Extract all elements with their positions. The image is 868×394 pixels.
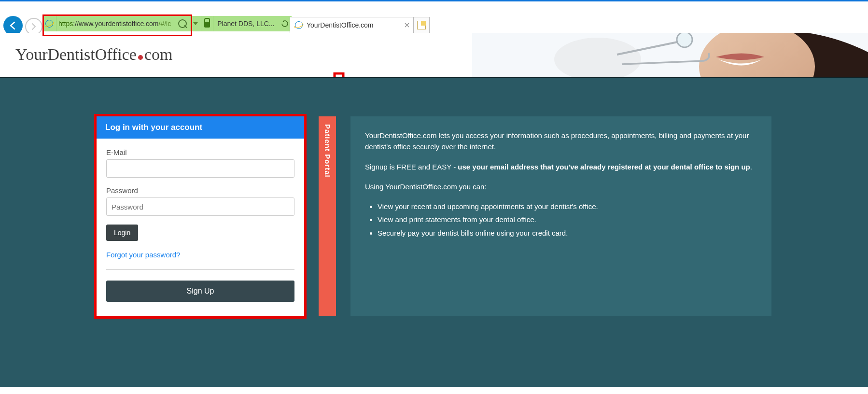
lock-icon	[204, 22, 210, 28]
url-text: https://www.yourdentistoffice.com/#/lc	[56, 16, 175, 31]
nav-back-button[interactable]	[3, 16, 23, 35]
info-p2-prefix: Signup is FREE and EASY -	[365, 163, 458, 171]
password-input[interactable]	[106, 197, 294, 216]
patient-portal-tab-label: Patient Portal	[323, 124, 332, 178]
logo-text-2: com	[144, 45, 173, 63]
divider	[106, 269, 294, 270]
search-dropdown-button[interactable]	[190, 16, 201, 31]
address-bar-region: https://www.yourdentistoffice.com/#/lc P…	[42, 16, 292, 33]
annotation-arrow-icon	[327, 72, 350, 77]
email-input[interactable]	[106, 159, 294, 178]
page-header: YourDentistOfficecom	[0, 33, 868, 77]
lock-indicator	[201, 16, 213, 31]
info-p2-suffix: .	[750, 163, 752, 171]
arrow-right-icon	[30, 23, 38, 30]
address-bar[interactable]: https://www.yourdentistoffice.com/#/lc P…	[42, 16, 292, 31]
info-panel: YourDentistOffice.com lets you access yo…	[350, 116, 771, 316]
info-paragraph-1: YourDentistOffice.com lets you access yo…	[365, 130, 757, 153]
info-paragraph-3: Using YourDentistOffice.com you can:	[365, 181, 757, 192]
email-label: E-Mail	[106, 148, 294, 156]
refresh-icon	[281, 20, 289, 28]
patient-portal-tab[interactable]: Patient Portal	[319, 116, 336, 316]
url-host: ://www.yourdentistoffice.com	[73, 20, 158, 28]
sign-up-button[interactable]: Sign Up	[106, 281, 294, 302]
login-card: Log in with your account E-Mail Password…	[97, 116, 304, 316]
logo-dot-icon	[138, 55, 143, 60]
tab-title: YourDentistOffice.com	[307, 21, 374, 29]
tab-active[interactable]: YourDentistOffice.com	[290, 17, 414, 33]
info-paragraph-2: Signup is FREE and EASY - use your email…	[365, 161, 757, 172]
info-bullet: Securely pay your dentist bills online u…	[378, 227, 757, 239]
url-protocol: https	[58, 20, 73, 28]
svg-point-4	[677, 33, 692, 47]
search-button[interactable]	[175, 16, 190, 31]
ie-favicon-icon	[42, 16, 56, 31]
arrow-left-icon	[8, 20, 18, 31]
header-photo	[472, 33, 868, 77]
content-area: Log in with your account E-Mail Password…	[0, 77, 868, 387]
chevron-down-icon	[193, 22, 198, 25]
login-header: Log in with your account	[97, 116, 304, 139]
info-bullet: View and print statements from your dent…	[378, 214, 757, 225]
forgot-password-link[interactable]: Forgot your password?	[106, 251, 294, 259]
close-tab-button[interactable]	[405, 21, 409, 29]
search-icon	[178, 19, 187, 28]
ie-favicon-icon	[295, 21, 303, 29]
tab-strip: YourDentistOffice.com	[290, 17, 430, 33]
svg-rect-6	[335, 73, 343, 77]
new-tab-icon	[417, 21, 426, 29]
login-card-wrapper: Log in with your account E-Mail Password…	[97, 116, 304, 316]
login-button[interactable]: Login	[106, 225, 138, 241]
info-bullet: View your recent and upcoming appointmen…	[378, 201, 757, 212]
new-tab-button[interactable]	[414, 17, 430, 33]
url-path: /#/lc	[159, 20, 171, 28]
info-p2-bold: use your email address that you've alrea…	[458, 163, 750, 171]
logo-text-1: YourDentistOffice	[15, 45, 137, 63]
password-label: Password	[106, 186, 294, 195]
info-bullet-list: View your recent and upcoming appointmen…	[365, 201, 757, 239]
site-logo: YourDentistOfficecom	[15, 45, 172, 64]
browser-chrome: https://www.yourdentistoffice.com/#/lc P…	[0, 0, 868, 33]
site-identity-label: Planet DDS, LLC...	[213, 16, 278, 31]
close-icon	[405, 23, 409, 28]
